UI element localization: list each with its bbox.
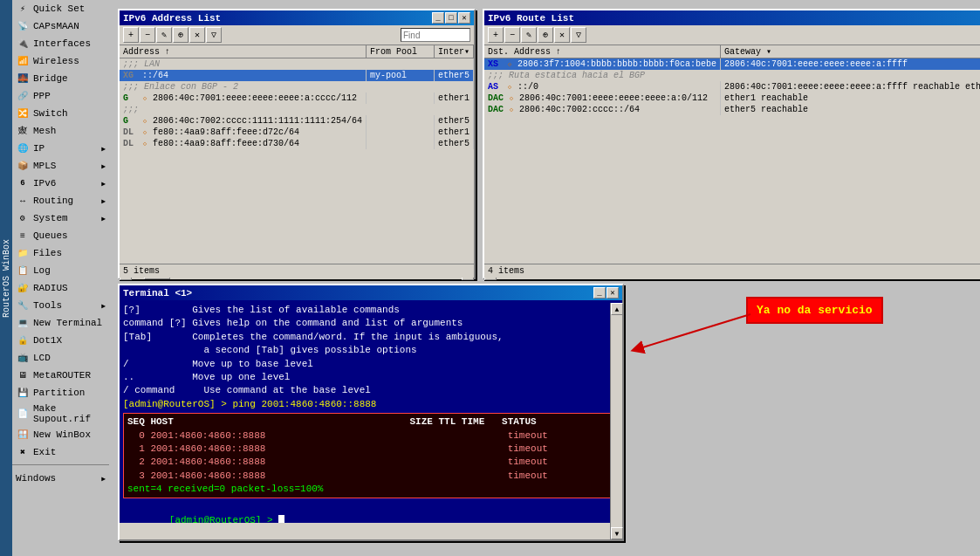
terminal-prompt-line[interactable]: [admin@RouterOS] > xyxy=(123,500,619,523)
new-terminal-icon: 💻 xyxy=(16,316,30,330)
scroll-up[interactable]: ▲ xyxy=(611,303,623,315)
system-arrow: ▶ xyxy=(101,215,106,223)
ping-summary: sent=4 received=0 packet-loss=100% xyxy=(127,483,614,496)
ping-row: 2 2001:4860:4860::8888 timeout xyxy=(127,456,614,469)
add-button[interactable]: + xyxy=(123,27,139,43)
system-icon: ⚙ xyxy=(16,211,30,225)
radius-icon: 🔐 xyxy=(16,281,30,295)
capsman-icon: 📡 xyxy=(16,19,30,33)
sidebar-item-partition[interactable]: 💾 Partition xyxy=(12,384,109,402)
sidebar-item-queues[interactable]: ≡ Queues xyxy=(12,227,109,244)
sidebar-item-ip[interactable]: 🌐 IP ▶ xyxy=(12,140,109,157)
sidebar-item-capsman[interactable]: 📡 CAPsMAAN xyxy=(12,17,109,35)
sidebar-item-mpls[interactable]: 📦 MPLS ▶ xyxy=(12,157,109,175)
sidebar-item-switch[interactable]: 🔀 Switch xyxy=(12,105,109,122)
new-winbox-icon: 🪟 xyxy=(16,428,30,442)
sidebar-item-mesh[interactable]: 🕸 Mesh xyxy=(12,122,109,140)
sidebar-item-log[interactable]: 📋 Log xyxy=(12,262,109,279)
lcd-icon: 📺 xyxy=(16,351,30,365)
table-row[interactable]: DL ⬦ fe80::4aa9:8aff:feee:d72c/64 ether1 xyxy=(120,127,474,138)
sidebar-item-radius[interactable]: 🔐 RADIUS xyxy=(12,279,109,297)
terminal-line: / Move up to base level xyxy=(123,358,619,371)
terminal-line: [Tab] Completes the command/word. If the… xyxy=(123,331,619,344)
sidebar-item-dot1x[interactable]: 🔒 Dot1X xyxy=(12,332,109,349)
bridge-icon: 🌉 xyxy=(16,72,30,86)
col-address[interactable]: Address ↑ xyxy=(120,45,367,58)
edit-button[interactable]: ✎ xyxy=(156,27,172,43)
callout-arrow xyxy=(628,288,755,358)
table-row[interactable]: AS ⬦ ::/0 2806:40c:7001:eeee:eeee:eeee:a… xyxy=(484,81,980,93)
exit-icon: ✖ xyxy=(16,445,30,459)
sidebar-item-ppp[interactable]: 🔗 PPP xyxy=(12,87,109,105)
copy-button[interactable]: ⊕ xyxy=(173,27,188,43)
ip-arrow: ▶ xyxy=(101,145,106,153)
sidebar-item-new-winbox[interactable]: 🪟 New WinBox xyxy=(12,426,109,443)
terminal-window: Terminal <1> _ ✕ [?] Gives the list of a… xyxy=(118,284,624,541)
terminal-body[interactable]: [?] Gives the list of available commands… xyxy=(120,300,622,523)
windows-arrow: ▶ xyxy=(101,475,106,483)
terminal-line: [?] Gives the list of available commands xyxy=(123,304,619,317)
minimize-button[interactable]: _ xyxy=(432,12,444,24)
sidebar-item-system[interactable]: ⚙ System ▶ xyxy=(12,209,109,227)
col-dst[interactable]: Dst. Address ↑ xyxy=(484,45,721,58)
table-row[interactable]: G ⬦ 2806:40c:7002:cccc:1111:1111:1111:25… xyxy=(120,115,474,127)
main-area: IPv6 Address List _ □ ✕ + − ✎ ⊕ ✕ ▽ Addr… xyxy=(109,0,980,556)
edit-button[interactable]: ✎ xyxy=(521,27,537,43)
scroll-down[interactable]: ▼ xyxy=(611,527,623,539)
minimize-button[interactable]: _ xyxy=(593,287,606,299)
col-from-pool[interactable]: From Pool xyxy=(367,45,435,58)
sidebar-item-exit[interactable]: ✖ Exit xyxy=(12,443,109,461)
disable-button[interactable]: ✕ xyxy=(189,27,205,43)
terminal-cmd-line: [admin@RouterOS] > ping 2001:4860:4860::… xyxy=(123,398,619,411)
table-row: ;;; Enlace con BGP - 2 xyxy=(120,81,474,93)
ipv6-route-table: Dst. Address ↑ Gateway ▾ XS ⬦ 2806:3f7:1… xyxy=(484,45,980,115)
routing-icon: ↔ xyxy=(16,194,30,208)
sidebar-item-quick-set[interactable]: ⚡ Quick Set xyxy=(12,0,109,17)
find-input[interactable] xyxy=(401,28,470,42)
maximize-button[interactable]: □ xyxy=(445,12,457,24)
col-gateway[interactable]: Gateway ▾ xyxy=(721,45,980,58)
close-button[interactable]: ✕ xyxy=(607,287,619,299)
ipv6-route-toolbar: + − ✎ ⊕ ✕ ▽ xyxy=(484,25,980,45)
filter-button[interactable]: ▽ xyxy=(206,27,222,43)
sidebar-item-new-terminal[interactable]: 💻 New Terminal xyxy=(12,314,109,332)
mpls-icon: 📦 xyxy=(16,159,30,173)
disable-button[interactable]: ✕ xyxy=(554,27,570,43)
copy-button[interactable]: ⊕ xyxy=(538,27,553,43)
sidebar-item-tools[interactable]: 🔧 Tools ▶ xyxy=(12,297,109,314)
sidebar-item-lcd[interactable]: 📺 LCD xyxy=(12,349,109,367)
table-row[interactable]: XG ::/64 my-pool ether5 xyxy=(120,70,474,81)
sidebar-section-windows: Windows ▶ xyxy=(12,470,109,487)
vertical-scrollbar[interactable]: ▲ ▼ xyxy=(610,303,622,539)
metarouter-icon: 🖥 xyxy=(16,368,30,382)
table-row[interactable]: XS ⬦ 2806:3f7:1004:bbbb:bbbb:bbbb:f0ca:b… xyxy=(484,58,980,71)
ping-header: SEQ HOST SIZE TTL TIME STATUS xyxy=(127,415,614,429)
terminal-line: a second [Tab] gives possible options xyxy=(123,344,619,357)
ipv6-address-toolbar: + − ✎ ⊕ ✕ ▽ xyxy=(120,25,474,45)
filter-button[interactable]: ▽ xyxy=(571,27,586,43)
close-button[interactable]: ✕ xyxy=(458,12,470,24)
ipv6-address-window: IPv6 Address List _ □ ✕ + − ✎ ⊕ ✕ ▽ Addr… xyxy=(118,9,476,279)
ip-icon: 🌐 xyxy=(16,141,30,155)
sidebar-item-ipv6[interactable]: 6 IPv6 ▶ xyxy=(12,175,109,192)
table-row[interactable]: DAC ⬦ 2806:40c:7002:cccc::/64 ether5 rea… xyxy=(484,104,980,115)
remove-button[interactable]: − xyxy=(140,27,155,43)
sidebar-item-bridge[interactable]: 🌉 Bridge xyxy=(12,70,109,87)
sidebar-item-make-supout[interactable]: 📄 Make Supout.rif xyxy=(12,402,109,426)
ipv6-route-titlebar: IPv6 Route List _ □ ✕ xyxy=(484,10,980,25)
sidebar-item-wireless[interactable]: 📶 Wireless xyxy=(12,52,109,70)
sidebar-item-interfaces[interactable]: 🔌 Interfaces xyxy=(12,35,109,52)
terminal-line: .. Move up one level xyxy=(123,371,619,384)
table-row[interactable]: DL ⬦ fe80::4aa9:8aff:feee:d730/64 ether5 xyxy=(120,138,474,149)
table-row[interactable]: DAC ⬦ 2806:40c:7001:eeee:eeee:eeee:a:0/1… xyxy=(484,93,980,104)
add-button[interactable]: + xyxy=(488,27,504,43)
sidebar-item-routing[interactable]: ↔ Routing ▶ xyxy=(12,192,109,209)
table-row[interactable]: G ⬦ 2806:40c:7001:eeee:eeee:eeee:a:cccc/… xyxy=(120,93,474,104)
winbox-bar-label: RouterOS WinBox xyxy=(0,0,12,556)
sidebar-item-metarouter[interactable]: 🖥 MetaROUTER xyxy=(12,367,109,384)
routing-arrow: ▶ xyxy=(101,197,106,205)
sidebar-item-files[interactable]: 📁 Files xyxy=(12,244,109,262)
remove-button[interactable]: − xyxy=(504,27,520,43)
col-interface[interactable]: Inter▾ xyxy=(434,45,473,58)
log-icon: 📋 xyxy=(16,264,30,278)
